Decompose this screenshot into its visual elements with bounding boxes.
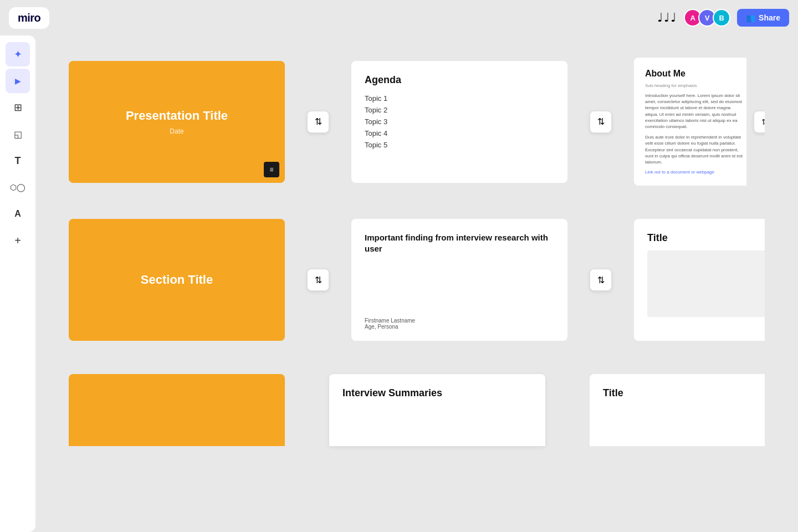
slide-row-3: Interview Summaries Title [69,374,765,446]
convert-icon: ⇅ [315,116,322,127]
title-gray-area: ⇅ [647,250,765,317]
music-icon: ♩♩♩ [657,11,677,25]
sparkle-icon: ✦ [14,48,22,60]
about-link[interactable]: Link out to a document or webpage [645,170,765,175]
agenda-heading: Agenda [365,74,554,86]
sidebar: ✦ ▶ ⊞ ◱ T ⬡◯ A + [0,35,35,532]
topic-list: Topic 1 Topic 2 Topic 3 Topic 4 Topic 5 [365,93,554,151]
slide-col-2-1: Section Title [69,219,285,341]
convert-icon-4: ⇅ [315,275,322,285]
share-icon: 👥 [746,13,755,22]
convert-btn-1-3[interactable]: ⇅ [754,111,765,133]
interview-summaries-heading: Interview Summaries [342,387,532,399]
convert-icon-3: ⇅ [761,117,765,126]
convert-btn-2-1[interactable]: ⇅ [307,269,329,291]
sidebar-item-cursor[interactable]: ▶ [6,69,30,93]
avatars: A V B [684,9,730,27]
sidebar-item-text[interactable]: T [6,149,30,173]
about-body-2: Duis aute irure dolor in reprehenderit i… [645,134,745,165]
sidebar-item-font[interactable]: A [6,202,30,226]
share-label: Share [759,13,780,22]
slide-interview-summaries[interactable]: Interview Summaries [329,374,545,446]
slide-presentation-title[interactable]: Presentation Title Date ≡ [69,61,285,183]
sidebar-item-add[interactable]: + [6,228,30,253]
slide-title-3[interactable]: Title [590,374,765,446]
sidebar-item-shapes[interactable]: ⬡◯ [6,175,30,200]
slide-corner-icon: ≡ [264,162,279,177]
slide-section-title[interactable]: Section Title [69,219,285,341]
slide-col-1-3: About Me Sub-heading for emphasis Introd… [634,58,765,186]
note-icon: ◱ [14,129,22,140]
topic-3: Topic 3 [365,116,554,127]
cursor-icon: ▶ [15,76,21,85]
add-icon: + [14,234,21,247]
text-icon: T [15,155,21,167]
shapes-icon: ⬡◯ [10,183,25,192]
slide-col-2-3: Title ⇅ [634,219,765,341]
slide-title-2[interactable]: Title ⇅ [634,219,765,341]
slide-col-1-1: Presentation Title Date ≡ [69,61,285,183]
sidebar-item-note[interactable]: ◱ [6,122,30,146]
section-title-text: Section Title [141,273,213,287]
slide-row-2: Section Title ⇅ Important finding from i… [69,219,765,341]
header: miro ♩♩♩ A V B 👥 Share [0,0,798,35]
finding-footer: Firstname Lastname Age, Persona [365,318,415,330]
slide-col-3-2: Interview Summaries [329,374,545,446]
sidebar-item-sparkle[interactable]: ✦ [6,42,30,66]
avatar-3[interactable]: B [713,9,730,27]
slide-col-1-2: Agenda Topic 1 Topic 2 Topic 3 Topic 4 T… [351,61,567,183]
topic-4: Topic 4 [365,127,554,139]
convert-icon-2: ⇅ [597,116,605,127]
slide-row-1: Presentation Title Date ≡ ⇅ Agenda Topic… [69,58,765,186]
convert-btn-1-2[interactable]: ⇅ [590,111,612,133]
slide-gap-2-2-3: ⇅ [590,269,612,291]
topic-5: Topic 5 [365,139,554,151]
sidebar-item-table[interactable]: ⊞ [6,95,30,120]
font-icon: A [14,209,21,219]
slide-about-me[interactable]: About Me Sub-heading for emphasis Introd… [634,58,765,186]
logo-text: miro [18,12,40,24]
finding-heading: Important finding from interview researc… [365,232,554,254]
slide-finding[interactable]: Important finding from interview researc… [351,219,567,341]
slide-gap-1-1-2: ⇅ [307,111,329,133]
canvas: Presentation Title Date ≡ ⇅ Agenda Topic… [35,35,798,532]
finding-name: Firstname Lastname [365,318,415,324]
slide-col-3-1 [69,374,285,446]
slide-title: Presentation Title [126,109,228,123]
slide-orange-3[interactable] [69,374,285,446]
slide-gap-2-1-2: ⇅ [307,269,329,291]
title-3-text: Title [603,387,765,399]
table-icon: ⊞ [14,101,22,114]
about-body-1: Introduction yourself here. Lorem ipsum … [645,93,745,130]
convert-icon-5: ⇅ [597,275,605,285]
share-button[interactable]: 👥 Share [737,9,789,27]
title-only-text: Title [647,232,765,244]
header-right: ♩♩♩ A V B 👥 Share [657,9,789,27]
finding-persona: Age, Persona [365,324,415,330]
slide-gap-1-2-3: ⇅ [590,111,612,133]
slide-col-2-2: Important finding from interview researc… [351,219,567,341]
slide-col-3-3: Title [590,374,765,446]
slide-agenda[interactable]: Agenda Topic 1 Topic 2 Topic 3 Topic 4 T… [351,61,567,183]
logo[interactable]: miro [9,7,49,29]
convert-btn-1-1[interactable]: ⇅ [307,111,329,133]
convert-btn-2-2[interactable]: ⇅ [590,269,612,291]
slide-date: Date [170,127,183,135]
topic-1: Topic 1 [365,93,554,104]
topic-2: Topic 2 [365,104,554,116]
